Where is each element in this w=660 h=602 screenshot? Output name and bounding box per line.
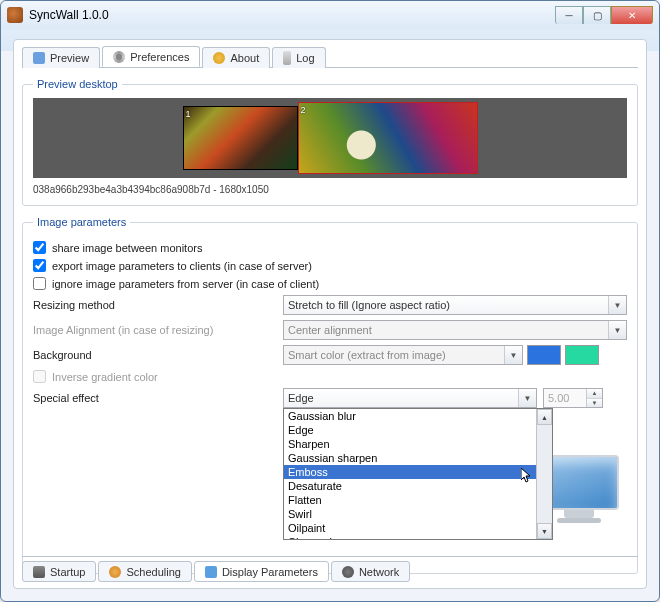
scroll-up-icon[interactable]: ▲: [537, 409, 552, 425]
scroll-down-icon[interactable]: ▼: [537, 523, 552, 539]
close-button[interactable]: ✕: [611, 6, 653, 24]
effect-combo[interactable]: Edge ▼: [283, 388, 537, 408]
preview-stage: 1 2: [33, 98, 627, 178]
resizing-value: Stretch to fill (Ignore aspect ratio): [288, 299, 450, 311]
ignore-checkbox-row: ignore image parameters from server (in …: [33, 277, 627, 290]
app-icon: [7, 7, 23, 23]
preview-desktop-group: Preview desktop 1 2 038a966b293be4a3b439…: [22, 78, 638, 206]
dropdown-scrollbar[interactable]: ▲ ▼: [536, 409, 552, 539]
effect-dropdown-list[interactable]: Gaussian blur Edge Sharpen Gaussian shar…: [283, 408, 553, 540]
spin-down-icon[interactable]: ▼: [587, 399, 602, 408]
preview-icon: [33, 52, 45, 64]
minimize-button[interactable]: ─: [555, 6, 583, 24]
tab-label: Startup: [50, 566, 85, 578]
display-icon: [205, 566, 217, 578]
tab-about[interactable]: About: [202, 47, 270, 68]
background-label: Background: [33, 349, 283, 361]
ignore-label: ignore image parameters from server (in …: [52, 278, 319, 290]
tab-log[interactable]: Log: [272, 47, 325, 68]
inverse-label: Inverse gradient color: [52, 371, 158, 383]
bottom-tabbar: Startup Scheduling Display Parameters Ne…: [22, 556, 638, 582]
monitor-thumb-1[interactable]: 1: [183, 106, 298, 170]
about-icon: [213, 52, 225, 64]
preview-legend: Preview desktop: [33, 78, 122, 90]
effect-label: Special effect: [33, 392, 283, 404]
inverse-row: Inverse gradient color: [33, 370, 627, 383]
chevron-down-icon: ▼: [608, 321, 626, 339]
spin-up-icon[interactable]: ▲: [587, 389, 602, 399]
dropdown-item[interactable]: Sharpen: [284, 437, 536, 451]
titlebar[interactable]: SyncWall 1.0.0 ─ ▢ ✕: [1, 1, 659, 29]
tab-scheduling[interactable]: Scheduling: [98, 561, 191, 582]
tab-network[interactable]: Network: [331, 561, 410, 582]
export-checkbox-row: export image parameters to clients (in c…: [33, 259, 627, 272]
dropdown-item[interactable]: Charcoal: [284, 535, 536, 539]
content-panel: Preview Preferences About Log Preview de…: [13, 39, 647, 589]
startup-icon: [33, 566, 45, 578]
chevron-down-icon: ▼: [504, 346, 522, 364]
window-title: SyncWall 1.0.0: [29, 8, 555, 22]
share-label: share image between monitors: [52, 242, 202, 254]
tab-label: Network: [359, 566, 399, 578]
log-icon: [283, 51, 291, 65]
dropdown-item[interactable]: Flatten: [284, 493, 536, 507]
mouse-cursor-icon: [521, 468, 533, 484]
tab-label: Scheduling: [126, 566, 180, 578]
alignment-combo: Center alignment ▼: [283, 320, 627, 340]
maximize-button[interactable]: ▢: [583, 6, 611, 24]
chevron-down-icon: ▼: [608, 296, 626, 314]
tab-startup[interactable]: Startup: [22, 561, 96, 582]
monitor-thumb-2[interactable]: 2: [298, 102, 478, 174]
dropdown-item[interactable]: Gaussian sharpen: [284, 451, 536, 465]
tab-preferences[interactable]: Preferences: [102, 46, 200, 67]
preview-caption: 038a966b293be4a3b4394bc86a908b7d - 1680x…: [33, 184, 627, 195]
top-tabbar: Preview Preferences About Log: [22, 46, 638, 68]
network-icon: [342, 566, 354, 578]
tab-label: Preferences: [130, 51, 189, 63]
color-swatch-2[interactable]: [565, 345, 599, 365]
dropdown-item[interactable]: Gaussian blur: [284, 409, 536, 423]
image-parameters-group: Image parameters share image between mon…: [22, 216, 638, 574]
dropdown-item[interactable]: Edge: [284, 423, 536, 437]
alignment-label: Image Alignment (in case of resizing): [33, 324, 283, 336]
tab-preview[interactable]: Preview: [22, 47, 100, 68]
tab-label: Display Parameters: [222, 566, 318, 578]
preferences-icon: [113, 51, 125, 63]
effect-strength-spinner[interactable]: 5.00 ▲▼: [543, 388, 603, 408]
background-combo: Smart color (extract from image) ▼: [283, 345, 523, 365]
ignore-params-checkbox[interactable]: [33, 277, 46, 290]
color-swatch-1[interactable]: [527, 345, 561, 365]
scheduling-icon: [109, 566, 121, 578]
resizing-label: Resizing method: [33, 299, 283, 311]
chevron-down-icon: ▼: [518, 389, 536, 407]
params-legend: Image parameters: [33, 216, 130, 228]
effect-value: Edge: [288, 392, 314, 404]
tab-display-parameters[interactable]: Display Parameters: [194, 561, 329, 582]
export-label: export image parameters to clients (in c…: [52, 260, 312, 272]
effect-strength-value: 5.00: [548, 392, 569, 404]
dropdown-item[interactable]: Desaturate: [284, 479, 536, 493]
app-window: SyncWall 1.0.0 ─ ▢ ✕ Preview Preferences…: [0, 0, 660, 602]
export-params-checkbox[interactable]: [33, 259, 46, 272]
share-image-checkbox[interactable]: [33, 241, 46, 254]
tab-label: Log: [296, 52, 314, 64]
resizing-combo[interactable]: Stretch to fill (Ignore aspect ratio) ▼: [283, 295, 627, 315]
tab-label: About: [230, 52, 259, 64]
tab-label: Preview: [50, 52, 89, 64]
inverse-gradient-checkbox: [33, 370, 46, 383]
alignment-value: Center alignment: [288, 324, 372, 336]
background-value: Smart color (extract from image): [288, 349, 446, 361]
share-checkbox-row: share image between monitors: [33, 241, 627, 254]
dropdown-item[interactable]: Oilpaint: [284, 521, 536, 535]
dropdown-item-selected[interactable]: Emboss: [284, 465, 536, 479]
dropdown-item[interactable]: Swirl: [284, 507, 536, 521]
